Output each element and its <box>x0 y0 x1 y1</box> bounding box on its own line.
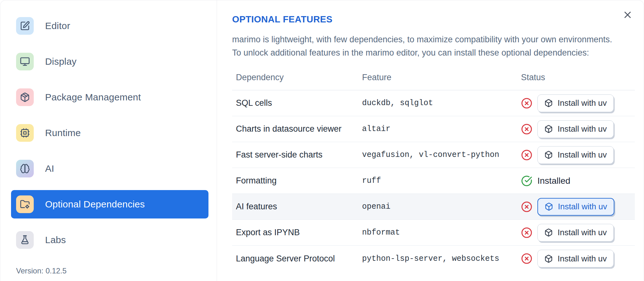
description: marimo is lightweight, with few dependen… <box>232 33 644 59</box>
monitor-icon <box>16 53 34 70</box>
status-cell: Install with uv <box>517 120 635 138</box>
square-pen-icon <box>16 17 34 35</box>
dependency-cell: Charts in datasource viewer <box>232 124 362 134</box>
dependency-cell: AI features <box>232 202 362 212</box>
circle-x-icon <box>521 98 532 109</box>
box-icon <box>544 125 553 133</box>
status-cell: Install with uv <box>517 250 635 267</box>
page-title: OPTIONAL FEATURES <box>232 14 644 25</box>
table-row-charts-datasource: Charts in datasource viewer altair Insta… <box>232 116 635 142</box>
install-button-label: Install with uv <box>558 254 607 264</box>
install-with-uv-button[interactable]: Install with uv <box>537 250 614 267</box>
sidebar-item-label: Editor <box>45 21 70 31</box>
table-row-language-server: Language Server Protocol python-lsp-serv… <box>232 246 635 272</box>
description-line-1: marimo is lightweight, with few dependen… <box>232 35 612 44</box>
install-with-uv-button[interactable]: Install with uv <box>537 120 614 138</box>
sidebar-item-label: Display <box>45 56 77 67</box>
close-icon <box>622 9 633 20</box>
sidebar-item-display[interactable]: Display <box>11 47 208 76</box>
box-icon <box>544 254 553 263</box>
table-row-ai-features: AI features openai Install with uv <box>232 194 635 220</box>
install-with-uv-button-focused[interactable]: Install with uv <box>537 198 614 216</box>
description-line-2: To unlock additional features in the mar… <box>232 48 589 57</box>
dependency-cell: SQL cells <box>232 98 362 108</box>
table-row-sql-cells: SQL cells duckdb, sqlglot Install with u… <box>232 90 635 116</box>
status-cell: Install with uv <box>517 94 635 112</box>
table-header: Dependency Feature Status <box>232 69 635 90</box>
status-cell: Installed <box>517 175 635 187</box>
sidebar-item-label: Package Management <box>45 92 141 103</box>
install-button-label: Install with uv <box>558 98 607 108</box>
brain-icon <box>16 160 34 177</box>
sidebar-item-ai[interactable]: AI <box>11 154 208 183</box>
sidebar-item-labs[interactable]: Labs <box>11 226 208 254</box>
dependency-cell: Formatting <box>232 176 362 186</box>
circle-x-icon <box>521 123 532 135</box>
close-button[interactable] <box>620 7 635 22</box>
feature-cell: vegafusion, vl-convert-python <box>362 150 517 159</box>
sidebar-item-label: Optional Dependencies <box>45 199 145 210</box>
sidebar-item-runtime[interactable]: Runtime <box>11 119 208 147</box>
dependencies-table: Dependency Feature Status SQL cells duck… <box>232 69 635 272</box>
table-row-fast-charts: Fast server-side charts vegafusion, vl-c… <box>232 142 635 168</box>
feature-cell: nbformat <box>362 228 517 237</box>
status-cell: Install with uv <box>517 224 635 242</box>
folder-cog-icon <box>16 195 34 213</box>
box-icon <box>544 228 553 237</box>
sidebar-item-label: Labs <box>45 235 66 245</box>
sidebar-nav: Editor Display Package Management Runtim… <box>11 12 208 254</box>
circle-x-icon <box>521 201 532 212</box>
installed-status-label: Installed <box>537 176 570 186</box>
status-cell: Install with uv <box>517 198 635 216</box>
dependency-cell: Language Server Protocol <box>232 254 362 264</box>
circle-x-icon <box>521 227 532 238</box>
circle-x-icon <box>521 253 532 264</box>
table-row-formatting: Formatting ruff Installed <box>232 168 635 194</box>
column-header-status: Status <box>517 73 635 82</box>
settings-dialog: Editor Display Package Management Runtim… <box>0 0 644 281</box>
install-button-label: Install with uv <box>558 202 607 212</box>
sidebar-item-label: AI <box>45 163 54 174</box>
version-label: Version: 0.12.5 <box>16 266 67 275</box>
install-button-label: Install with uv <box>558 228 607 237</box>
install-with-uv-button[interactable]: Install with uv <box>537 146 614 164</box>
install-button-label: Install with uv <box>558 124 607 134</box>
install-with-uv-button[interactable]: Install with uv <box>537 94 614 112</box>
cpu-icon <box>16 124 34 142</box>
sidebar-item-editor[interactable]: Editor <box>11 12 208 40</box>
dependency-cell: Export as IPYNB <box>232 228 362 237</box>
sidebar-item-label: Runtime <box>45 128 81 138</box>
feature-cell: openai <box>362 202 517 211</box>
box-icon <box>545 202 553 211</box>
table-row-export-ipynb: Export as IPYNB nbformat Install with uv <box>232 220 635 246</box>
circle-check-icon <box>521 175 532 187</box>
optional-features-panel: OPTIONAL FEATURES marimo is lightweight,… <box>217 0 644 281</box>
package-icon <box>16 88 34 106</box>
feature-cell: altair <box>362 124 517 134</box>
feature-cell: ruff <box>362 176 517 185</box>
sidebar-item-package-management[interactable]: Package Management <box>11 83 208 111</box>
dependency-cell: Fast server-side charts <box>232 150 362 160</box>
status-cell: Install with uv <box>517 146 635 164</box>
install-button-label: Install with uv <box>558 150 607 160</box>
column-header-feature: Feature <box>362 73 517 82</box>
column-header-dependency: Dependency <box>232 73 362 82</box>
box-icon <box>544 99 553 107</box>
flask-icon <box>16 231 34 249</box>
feature-cell: python-lsp-server, websockets <box>362 254 517 263</box>
feature-cell: duckdb, sqlglot <box>362 99 517 108</box>
circle-x-icon <box>521 149 532 161</box>
sidebar: Editor Display Package Management Runtim… <box>0 0 217 281</box>
install-with-uv-button[interactable]: Install with uv <box>537 224 614 242</box>
sidebar-item-optional-dependencies[interactable]: Optional Dependencies <box>11 190 208 218</box>
box-icon <box>544 151 553 159</box>
